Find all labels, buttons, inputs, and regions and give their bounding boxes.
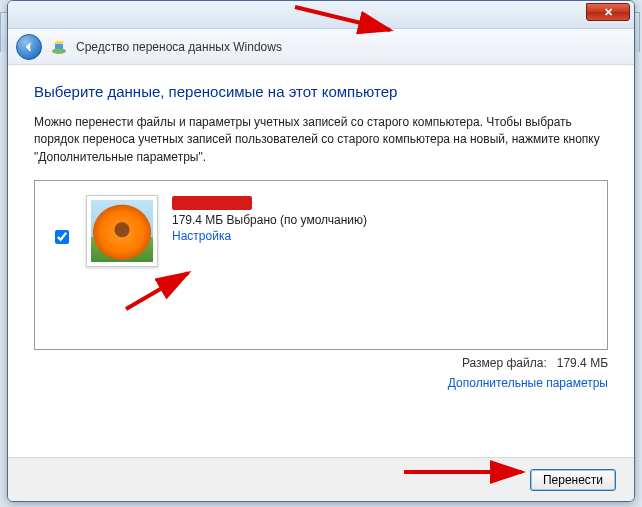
titlebar: ✕ [8, 1, 634, 29]
app-icon [50, 38, 68, 56]
user-list: 179.4 МБ Выбрано (по умолчанию) Настройк… [34, 180, 608, 350]
back-button[interactable] [16, 34, 42, 60]
footer: Перенести [8, 457, 634, 501]
transfer-button[interactable]: Перенести [530, 469, 616, 491]
user-avatar [86, 195, 158, 267]
username-redacted [172, 196, 252, 210]
flower-icon [91, 200, 153, 262]
file-size-label: Размер файла: [462, 356, 547, 370]
main-window: ✕ Средство переноса данных Windows Выбер… [7, 0, 635, 502]
content-area: Выберите данные, переносимые на этот ком… [8, 65, 634, 404]
file-size-value: 179.4 МБ [557, 356, 608, 370]
page-description: Можно перенести файлы и параметры учетны… [34, 114, 608, 166]
selection-size: 179.4 МБ Выбрано (по умолчанию) [172, 213, 367, 227]
header-bar: Средство переноса данных Windows [8, 29, 634, 65]
file-size-row: Размер файла: 179.4 МБ [34, 350, 608, 370]
svg-rect-2 [55, 41, 63, 44]
advanced-settings-link[interactable]: Дополнительные параметры [448, 376, 608, 390]
close-icon: ✕ [604, 6, 613, 19]
user-item: 179.4 МБ Выбрано (по умолчанию) Настройк… [51, 195, 597, 267]
close-button[interactable]: ✕ [586, 3, 630, 21]
user-info: 179.4 МБ Выбрано (по умолчанию) Настройк… [172, 195, 367, 243]
arrow-left-icon [22, 40, 36, 54]
customize-link[interactable]: Настройка [172, 229, 231, 243]
page-title: Выберите данные, переносимые на этот ком… [34, 83, 608, 100]
app-title: Средство переноса данных Windows [76, 40, 282, 54]
user-checkbox[interactable] [55, 230, 69, 244]
